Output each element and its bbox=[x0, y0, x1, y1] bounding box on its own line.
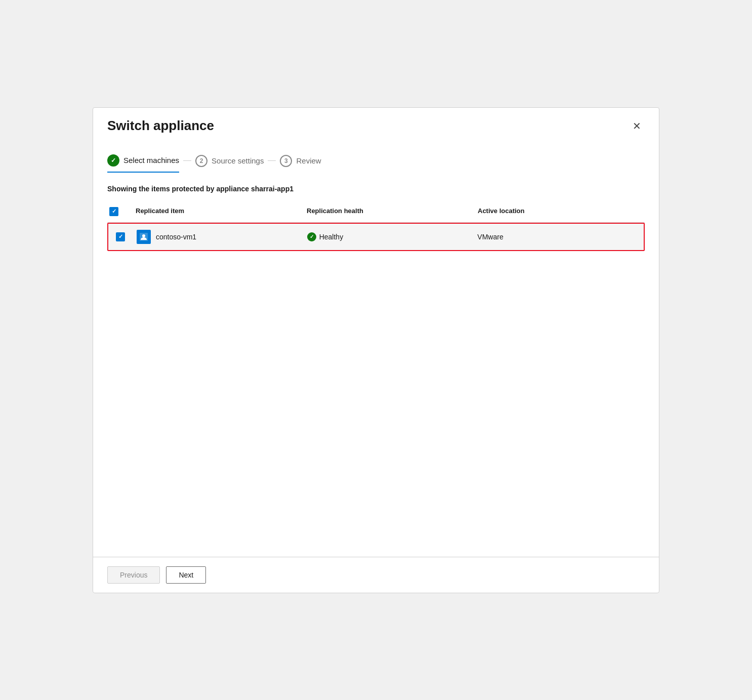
step-2-label: Source settings bbox=[212, 156, 264, 165]
vm-icon bbox=[137, 230, 151, 244]
col-replicated-item: Replicated item bbox=[132, 205, 303, 218]
step-review[interactable]: 3 Review bbox=[280, 155, 321, 172]
previous-button[interactable]: Previous bbox=[107, 566, 160, 584]
row-checkbox-cell bbox=[108, 226, 133, 248]
step-2-icon: 2 bbox=[195, 155, 207, 167]
step-1-icon: ✓ bbox=[107, 154, 119, 167]
row-checkbox[interactable] bbox=[116, 232, 125, 241]
col-active-location: Active location bbox=[474, 205, 645, 218]
svg-point-1 bbox=[142, 234, 145, 237]
step-1-label: Select machines bbox=[123, 156, 179, 164]
header-checkbox[interactable] bbox=[109, 207, 118, 216]
table-header-row: Replicated item Replication health Activ… bbox=[107, 201, 645, 223]
step-separator-1 bbox=[183, 160, 191, 161]
step-3-label: Review bbox=[296, 156, 321, 165]
dialog-footer: Previous Next bbox=[93, 557, 659, 593]
dialog-header: Switch appliance ✕ bbox=[93, 108, 659, 142]
dialog-body: ✓ Select machines 2 Source settings 3 Re… bbox=[93, 142, 659, 557]
vm-icon-svg bbox=[139, 232, 148, 241]
location-text: VMware bbox=[477, 233, 503, 241]
health-text: Healthy bbox=[319, 233, 343, 241]
vm-name-text: contoso-vm1 bbox=[156, 233, 196, 241]
step-3-icon: 3 bbox=[280, 155, 292, 167]
row-health-cell: Healthy bbox=[303, 226, 474, 248]
step-select-machines[interactable]: ✓ Select machines bbox=[107, 154, 179, 173]
section-description: Showing the items protected by appliance… bbox=[107, 185, 645, 193]
header-checkbox-cell bbox=[107, 205, 132, 218]
col-replication-health: Replication health bbox=[303, 205, 474, 218]
row-location-cell: VMware bbox=[473, 227, 644, 247]
next-button[interactable]: Next bbox=[166, 566, 206, 584]
health-icon bbox=[307, 232, 316, 241]
switch-appliance-dialog: Switch appliance ✕ ✓ Select machines 2 S… bbox=[93, 107, 659, 593]
row-vm-name-cell: contoso-vm1 bbox=[133, 224, 303, 250]
close-button[interactable]: ✕ bbox=[629, 118, 645, 134]
steps-nav: ✓ Select machines 2 Source settings 3 Re… bbox=[107, 154, 645, 173]
step-separator-2 bbox=[268, 160, 276, 161]
step-source-settings[interactable]: 2 Source settings bbox=[195, 155, 264, 172]
machines-table: Replicated item Replication health Activ… bbox=[107, 201, 645, 251]
table-row[interactable]: contoso-vm1 Healthy VMware bbox=[107, 223, 645, 251]
dialog-title: Switch appliance bbox=[107, 118, 214, 134]
close-icon: ✕ bbox=[633, 120, 641, 132]
